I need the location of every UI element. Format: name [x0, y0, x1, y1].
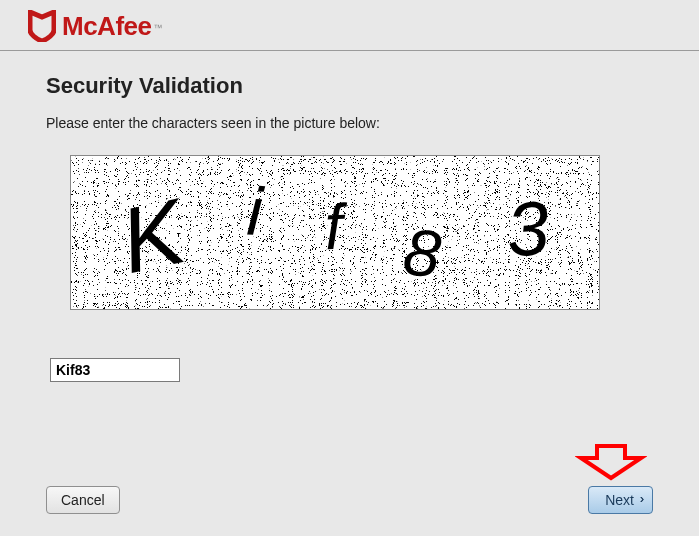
next-button-label: Next: [605, 492, 634, 508]
mcafee-shield-icon: [28, 10, 56, 42]
cancel-button-label: Cancel: [61, 492, 105, 508]
next-button[interactable]: Next ››: [588, 486, 653, 514]
page-title: Security Validation: [46, 73, 653, 99]
brand-logo: McAfee ™: [28, 10, 671, 42]
content-area: Security Validation Please enter the cha…: [0, 51, 699, 382]
brand-name: McAfee: [62, 11, 151, 42]
captcha-input[interactable]: [50, 358, 180, 382]
header: McAfee ™: [0, 0, 699, 51]
captcha-image: K i f 8 3: [70, 155, 600, 310]
cancel-button[interactable]: Cancel: [46, 486, 120, 514]
instruction-text: Please enter the characters seen in the …: [46, 115, 653, 131]
annotation-arrow-icon: [575, 442, 647, 482]
trademark-symbol: ™: [153, 23, 162, 33]
footer-buttons: Cancel Next ››: [46, 486, 653, 514]
svg-rect-1: [71, 156, 599, 309]
